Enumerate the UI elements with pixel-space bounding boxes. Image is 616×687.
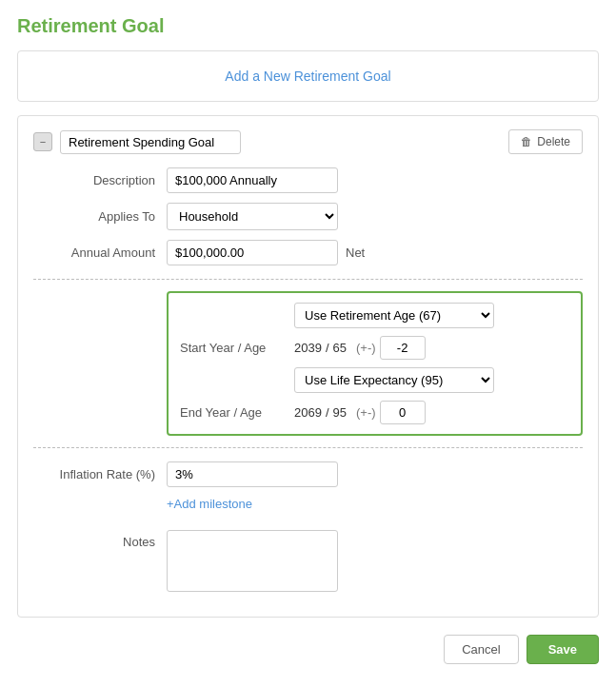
notes-textarea[interactable] xyxy=(167,530,338,592)
annual-amount-label: Annual Amount xyxy=(33,245,167,260)
description-row: Description xyxy=(33,167,583,193)
description-input[interactable] xyxy=(167,167,338,193)
footer-buttons: Cancel Save xyxy=(17,635,599,664)
end-age-select[interactable]: Use Life Expectancy (95) Custom xyxy=(294,367,494,393)
end-dropdown-row: Use Life Expectancy (95) Custom xyxy=(180,367,569,393)
inflation-input[interactable] xyxy=(167,461,338,487)
add-milestone-text: +Add milestone xyxy=(167,497,252,511)
add-milestone-row: +Add milestone xyxy=(33,497,583,520)
start-year-row: Start Year / Age 2039 / 65 (+-) xyxy=(180,336,569,360)
delete-button[interactable]: 🗑 Delete xyxy=(508,129,583,154)
end-slash: / xyxy=(326,405,329,420)
goal-title-input[interactable] xyxy=(60,130,241,154)
end-adj-input[interactable] xyxy=(380,401,426,424)
trash-icon: 🗑 xyxy=(521,135,532,148)
add-new-link[interactable]: Add a New Retirement Goal xyxy=(225,69,390,84)
collapse-button[interactable]: − xyxy=(33,132,52,151)
end-year-age-values: 2069 / 95 (+-) xyxy=(294,401,426,424)
start-adj-label: (+-) xyxy=(356,341,376,355)
start-year-label: Start Year / Age xyxy=(180,341,294,355)
start-age: 65 xyxy=(333,341,347,355)
applies-to-label: Applies To xyxy=(33,209,167,224)
description-label: Description xyxy=(33,173,167,187)
start-dropdown-row: Use Retirement Age (67) Custom xyxy=(180,303,569,328)
goal-card: − 🗑 Delete Description Applies To Househ… xyxy=(17,115,599,618)
notes-row: Notes xyxy=(33,530,583,592)
end-age: 95 xyxy=(333,405,347,420)
annual-amount-input[interactable] xyxy=(167,240,338,265)
start-age-select[interactable]: Use Retirement Age (67) Custom xyxy=(294,303,494,328)
page-title: Retirement Goal xyxy=(17,15,599,37)
net-label: Net xyxy=(346,245,365,260)
annual-amount-row: Annual Amount Net xyxy=(33,240,583,265)
goal-card-header: − 🗑 Delete xyxy=(33,129,583,154)
end-year: 2069 xyxy=(294,405,322,420)
notes-label: Notes xyxy=(33,530,167,549)
cancel-button[interactable]: Cancel xyxy=(444,635,518,664)
date-section: Use Retirement Age (67) Custom Start Yea… xyxy=(33,279,583,448)
inflation-label: Inflation Rate (%) xyxy=(33,467,167,481)
save-button[interactable]: Save xyxy=(527,635,599,664)
inflation-row: Inflation Rate (%) xyxy=(33,461,583,487)
applies-to-select[interactable]: Household Individual xyxy=(167,203,338,230)
start-year: 2039 xyxy=(294,341,322,355)
start-adj-input[interactable] xyxy=(380,336,426,360)
start-slash: / xyxy=(326,341,329,355)
goal-card-header-left: − xyxy=(33,130,241,154)
end-adj-label: (+-) xyxy=(356,405,376,420)
page-wrapper: Retirement Goal Add a New Retirement Goa… xyxy=(0,0,616,687)
add-milestone-link[interactable]: +Add milestone xyxy=(167,497,252,511)
end-year-row: End Year / Age 2069 / 95 (+-) xyxy=(180,401,569,424)
end-year-label: End Year / Age xyxy=(180,405,294,420)
delete-label: Delete xyxy=(537,135,570,148)
green-date-box: Use Retirement Age (67) Custom Start Yea… xyxy=(167,291,583,436)
add-new-box: Add a New Retirement Goal xyxy=(17,50,599,102)
applies-to-row: Applies To Household Individual xyxy=(33,203,583,230)
start-year-age-values: 2039 / 65 (+-) xyxy=(294,336,426,360)
